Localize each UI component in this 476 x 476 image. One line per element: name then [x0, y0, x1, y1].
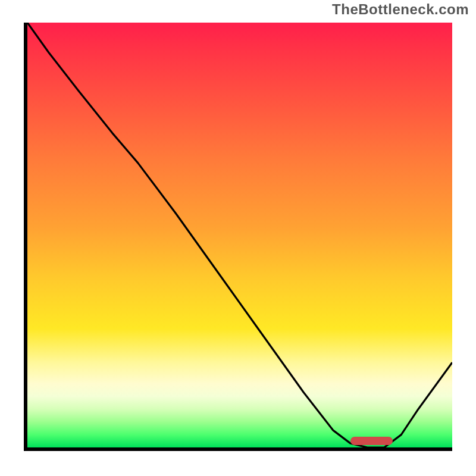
optimal-range-marker: [350, 437, 393, 445]
plot-area: [24, 23, 452, 451]
bottleneck-curve: [27, 23, 452, 447]
watermark-text: TheBottleneck.com: [332, 1, 469, 18]
chart-container: TheBottleneck.com: [0, 0, 476, 476]
curve-svg: [27, 23, 452, 447]
